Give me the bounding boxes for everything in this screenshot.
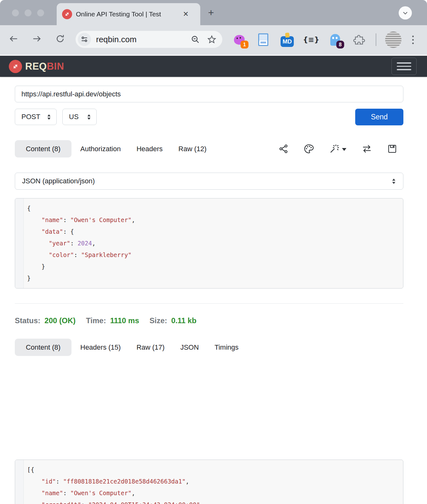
method-value: POST — [21, 113, 40, 121]
minimize-window-button[interactable] — [25, 9, 31, 16]
tab-content[interactable]: Content (8) — [15, 140, 71, 158]
generate-code-wand-icon[interactable] — [329, 144, 346, 154]
chrome-menu-icon[interactable] — [410, 36, 416, 44]
extension-purple-icon[interactable]: 1 — [231, 31, 247, 49]
response-body-viewer[interactable]: [{ "id": "ff8081818e21ce2d018e58d462663d… — [15, 460, 403, 504]
toolbar-divider — [376, 33, 376, 46]
window-controls[interactable] — [12, 9, 44, 16]
menu-hamburger-button[interactable] — [391, 58, 417, 75]
extension-markdown-icon[interactable]: MD — [279, 31, 295, 49]
reqbin-header: REQBIN — [0, 56, 427, 77]
status-label: Status: — [15, 316, 40, 325]
browser-tab[interactable]: Online API Testing Tool | Test ✕ — [57, 3, 200, 25]
share-icon[interactable] — [279, 144, 288, 154]
content-type-select[interactable]: JSON (application/json) — [15, 173, 403, 190]
theme-palette-icon[interactable] — [304, 144, 314, 154]
extension-json-formatter-icon[interactable]: {≡} — [303, 31, 319, 49]
resp-tab-timings[interactable]: Timings — [214, 343, 238, 352]
url-text[interactable]: reqbin.com — [96, 35, 191, 44]
response-body-code[interactable]: [{ "id": "ff8081818e21ce2d018e58d462663d… — [15, 460, 403, 504]
back-button[interactable] — [8, 33, 19, 44]
zoom-window-button[interactable] — [37, 9, 44, 16]
region-value: US — [69, 113, 79, 121]
time-value: 1110 ms — [110, 316, 139, 325]
forward-button[interactable] — [31, 33, 42, 44]
tab-search-chevron-button[interactable] — [399, 6, 412, 20]
sort-arrows-icon — [47, 114, 51, 120]
request-body-editor[interactable]: { "name": "Owen's Computer", "data": { "… — [15, 198, 403, 289]
address-bar[interactable]: reqbin.com — [76, 31, 222, 48]
resp-tab-raw[interactable]: Raw (17) — [136, 343, 164, 352]
resp-tab-json[interactable]: JSON — [180, 343, 199, 352]
request-body-code[interactable]: { "name": "Owen's Computer", "data": { "… — [15, 198, 403, 284]
save-icon[interactable] — [387, 144, 397, 154]
time-label: Time: — [86, 316, 106, 325]
tab-authorization[interactable]: Authorization — [80, 145, 121, 153]
swap-arrows-icon[interactable] — [362, 144, 372, 154]
response-status-row: Status: 200 (OK) Time: 1110 ms Size: 0.1… — [15, 314, 403, 327]
zoom-out-icon[interactable] — [191, 35, 200, 44]
profile-avatar[interactable] — [385, 32, 401, 48]
send-button[interactable]: Send — [355, 109, 403, 125]
request-url-input[interactable]: https://api.restful-api.dev/objects — [15, 86, 403, 102]
size-value: 0.11 kb — [171, 316, 196, 325]
reload-button[interactable] — [55, 33, 65, 44]
hand-icon — [285, 32, 289, 37]
request-tabs: Content (8) Authorization Headers Raw (1… — [15, 140, 403, 158]
response-tabs: Content (8) Headers (15) Raw (17) JSON T… — [15, 339, 403, 356]
content-type-value: JSON (application/json) — [22, 177, 95, 185]
tab-strip: Online API Testing Tool | Test ✕ + — [0, 0, 427, 25]
section-divider — [15, 303, 403, 304]
extension-document-icon[interactable] — [255, 31, 271, 49]
tab-title: Online API Testing Tool | Test — [76, 10, 180, 18]
resp-tab-content[interactable]: Content (8) — [15, 339, 71, 356]
reqbin-logo[interactable]: REQBIN — [9, 60, 64, 73]
browser-toolbar: reqbin.com 1 — [0, 25, 427, 55]
reqbin-logo-icon — [9, 60, 22, 73]
sort-arrows-icon — [391, 178, 396, 185]
close-window-button[interactable] — [12, 9, 19, 16]
tab-close-icon[interactable]: ✕ — [180, 9, 191, 20]
reqbin-favicon — [62, 9, 72, 19]
method-row: POST US Send — [15, 109, 403, 125]
sort-arrows-icon — [87, 114, 91, 120]
tab-headers[interactable]: Headers — [136, 145, 162, 153]
tab-raw[interactable]: Raw (12) — [179, 145, 207, 153]
brand-name: REQBIN — [25, 61, 64, 72]
bookmark-star-icon[interactable] — [207, 35, 217, 44]
extension-badge: 1 — [241, 41, 248, 49]
browser-window: Online API Testing Tool | Test ✕ + — [0, 0, 427, 504]
chevron-down-icon — [342, 148, 346, 151]
size-label: Size: — [150, 316, 167, 325]
extension-badge: 8 — [336, 41, 344, 49]
resp-tab-headers[interactable]: Headers (15) — [80, 343, 121, 352]
extensions-puzzle-icon[interactable] — [351, 31, 367, 49]
status-value: 200 (OK) — [44, 316, 76, 325]
region-select[interactable]: US — [62, 109, 97, 125]
extension-ghost-icon[interactable]: 8 — [327, 31, 343, 49]
site-settings-icon[interactable] — [78, 33, 91, 46]
new-tab-button[interactable]: + — [204, 6, 218, 20]
chevron-down-icon — [403, 12, 407, 14]
method-select[interactable]: POST — [15, 109, 57, 125]
